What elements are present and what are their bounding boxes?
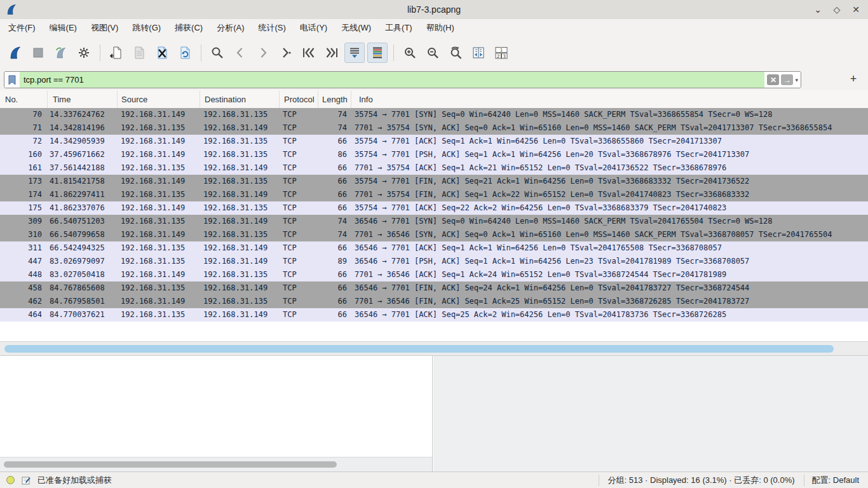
filter-history-dropdown[interactable]: ▾ [795,77,798,83]
packet-row-72[interactable]: 7214.342905939192.168.31.149192.168.31.1… [0,135,868,148]
resize-columns-123-button[interactable]: 123 [491,43,512,63]
restart-capture-button[interactable] [51,43,71,63]
column-header-length[interactable]: Length [318,91,351,108]
cell-length: 66 [318,161,351,175]
go-forward-button[interactable] [253,43,273,63]
close-button[interactable]: ✕ [846,0,865,19]
packet-row-464[interactable]: 46484.770037621192.168.31.135192.168.31.… [0,308,868,322]
packet-row-175[interactable]: 17541.862337076192.168.31.149192.168.31.… [0,201,868,215]
cell-length: 74 [318,228,351,241]
reload-file-button[interactable] [175,43,195,63]
resize-columns-button[interactable] [468,43,489,63]
cell-info: 35754 → 7701 [ACK] Seq=1 Ack=1 Win=64256… [351,135,868,148]
menu-edit[interactable]: 编辑(E) [43,19,84,37]
cell-info: 36546 → 7701 [PSH, ACK] Seq=1 Ack=1 Win=… [351,255,868,268]
cell-source: 192.168.31.135 [117,188,200,201]
column-header-protocol[interactable]: Protocol [280,91,318,108]
maximize-button[interactable]: ◇ [827,0,846,19]
save-file-icon [132,45,147,60]
packet-row-160[interactable]: 16037.459671662192.168.31.149192.168.31.… [0,148,868,161]
packet-row-462[interactable]: 46284.767958501192.168.31.149192.168.31.… [0,295,868,308]
auto-scroll-toggle[interactable] [344,43,365,63]
cell-info: 7701 → 36546 [ACK] Seq=1 Ack=24 Win=6515… [351,268,868,281]
find-packet-button[interactable] [207,43,227,63]
packet-row-71[interactable]: 7114.342814196192.168.31.135192.168.31.1… [0,121,868,135]
filter-bookmark-button[interactable] [4,72,20,88]
menu-wireless[interactable]: 无线(W) [334,19,378,37]
packet-row-173[interactable]: 17341.815421758192.168.31.149192.168.31.… [0,175,868,188]
column-header-destination[interactable]: Destination [200,91,280,108]
display-filter-input[interactable]: tcp.port == 7701 [20,72,764,88]
packet-row-458[interactable]: 45884.767865608192.168.31.135192.168.31.… [0,281,868,295]
save-file-button[interactable] [129,43,149,63]
capture-options-button[interactable] [74,43,94,63]
packet-row-161[interactable]: 16137.561442188192.168.31.135192.168.31.… [0,161,868,175]
cell-destination: 192.168.31.149 [200,215,279,228]
menu-view[interactable]: 视图(V) [84,19,125,37]
column-header-time[interactable]: Time [48,91,118,108]
expert-info-icon[interactable] [6,476,15,484]
menu-file[interactable]: 文件(F) [1,19,43,37]
packet-row-448[interactable]: 44883.027050418192.168.31.149192.168.31.… [0,268,868,281]
go-first-packet-button[interactable] [299,43,319,63]
cell-no: 174 [0,188,47,201]
cell-time: 83.026979097 [47,255,117,268]
packet-row-70[interactable]: 7014.337624762192.168.31.149192.168.31.1… [0,108,868,121]
packet-row-310[interactable]: 31066.540799658192.168.31.149192.168.31.… [0,228,868,241]
cell-no: 311 [0,241,47,255]
zoom-reset-icon [448,45,463,60]
zoom-in-button[interactable] [400,43,420,63]
details-hscrollbar-track[interactable] [0,457,432,471]
go-last-packet-button[interactable] [322,43,342,63]
open-file-button[interactable] [106,43,126,63]
svg-text:3: 3 [503,54,505,59]
add-filter-button[interactable]: + [846,71,860,87]
packet-list-hscrollbar-thumb[interactable] [4,345,834,353]
zoom-reset-button[interactable] [445,43,466,63]
packet-details-pane[interactable] [0,356,433,471]
cell-no: 309 [0,215,47,228]
menu-go[interactable]: 跳转(G) [125,19,168,37]
packet-row-447[interactable]: 44783.026979097192.168.31.135192.168.31.… [0,255,868,268]
cell-info: 35754 → 7701 [SYN] Seq=0 Win=64240 Len=0… [351,108,868,121]
menu-telephony[interactable]: 电话(Y) [293,19,334,37]
reload-file-icon [177,45,193,60]
cell-time: 66.542494325 [47,241,117,255]
profile-text[interactable]: 配置: Default [804,475,868,486]
menu-capture[interactable]: 捕获(C) [168,19,210,37]
column-header-source[interactable]: Source [118,91,200,108]
display-filter-field[interactable]: tcp.port == 7701 ✕ → ▾ [4,71,801,88]
cell-destination: 192.168.31.135 [200,228,279,241]
packet-row-309[interactable]: 30966.540751203192.168.31.135192.168.31.… [0,215,868,228]
menu-analyze[interactable]: 分析(A) [210,19,251,37]
filter-apply-button[interactable]: → [781,74,793,85]
packet-row-311[interactable]: 31166.542494325192.168.31.135192.168.31.… [0,241,868,255]
close-file-button[interactable] [152,43,172,63]
filter-clear-button[interactable]: ✕ [767,74,779,85]
column-header-info[interactable]: Info [351,91,868,108]
packet-row-174[interactable]: 17441.862297411192.168.31.135192.168.31.… [0,188,868,201]
cell-time: 37.561442188 [47,161,117,175]
column-header-no[interactable]: No. [0,91,48,108]
menu-statistics[interactable]: 统计(S) [251,19,292,37]
start-capture-button[interactable] [5,43,25,63]
menu-help[interactable]: 帮助(H) [419,19,461,37]
colorize-toggle[interactable] [367,43,388,63]
capture-comment-icon[interactable] [21,475,31,485]
go-back-button[interactable] [230,43,250,63]
cell-source: 192.168.31.149 [117,201,200,215]
toolbar-separator [100,44,100,61]
cell-protocol: TCP [279,121,318,135]
packet-list-hscrollbar-track[interactable] [0,341,868,356]
cell-source: 192.168.31.149 [117,135,200,148]
minimize-button[interactable]: ⌄ [808,0,827,19]
stop-capture-button[interactable] [28,43,48,63]
cell-source: 192.168.31.149 [117,268,200,281]
zoom-out-button[interactable] [423,43,443,63]
go-to-packet-button[interactable] [276,43,296,63]
status-bar: 已准备好加载或捕获 分组: 513 · Displayed: 16 (3.1%)… [0,471,868,488]
cell-time: 37.459671662 [47,148,117,161]
menu-tools[interactable]: 工具(T) [378,19,419,37]
details-hscrollbar-thumb[interactable] [4,461,337,468]
packet-bytes-pane[interactable] [433,356,868,471]
